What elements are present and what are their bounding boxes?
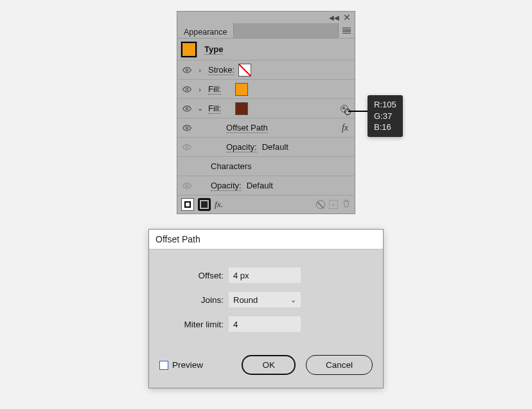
collapse-icon[interactable]: ◀◀	[329, 14, 339, 21]
joins-select[interactable]: Round ⌄	[229, 292, 301, 307]
add-fx-icon[interactable]: fx.	[215, 199, 223, 210]
fill-row-2[interactable]: ⌄ Fill:	[177, 99, 355, 118]
opacity-label: Opacity:	[226, 142, 257, 152]
fill-label: Fill:	[208, 84, 221, 95]
close-icon[interactable]: ✕	[343, 12, 351, 23]
clear-appearance-icon[interactable]	[316, 200, 325, 209]
svg-point-5	[186, 185, 188, 187]
characters-label: Characters	[211, 161, 252, 171]
offset-path-row[interactable]: Offset Path fx	[177, 118, 355, 138]
joins-field: Joins: Round ⌄	[159, 292, 373, 307]
solid-fill-button[interactable]	[198, 198, 211, 211]
characters-row[interactable]: Characters	[177, 157, 355, 176]
eye-icon[interactable]	[181, 84, 193, 95]
eye-icon[interactable]	[181, 180, 193, 192]
svg-point-3	[186, 127, 188, 129]
type-label: Type	[204, 44, 223, 55]
tab-appearance[interactable]: Appearance	[177, 23, 234, 38]
offset-input[interactable]	[229, 268, 301, 283]
svg-point-1	[186, 88, 188, 91]
rgb-tooltip: R:105 G:37 B:16	[368, 95, 403, 137]
miter-field: Miter limit:	[159, 316, 373, 332]
duplicate-item-icon[interactable]: +	[329, 200, 338, 209]
tooltip-b: B:16	[374, 122, 396, 133]
no-fill-button[interactable]	[181, 198, 194, 211]
fill-row-1[interactable]: › Fill:	[177, 80, 355, 99]
eye-icon[interactable]	[181, 103, 193, 114]
tooltip-g: G:37	[374, 111, 396, 122]
svg-point-0	[186, 69, 188, 71]
appearance-panel: ◀◀ ✕ Appearance Type › Stroke: ›	[177, 11, 355, 214]
panel-body: Type › Stroke: › Fill: ⌄ Fill:	[177, 39, 355, 214]
chevron-down-icon: ⌄	[290, 296, 296, 304]
offset-label: Offset:	[159, 271, 224, 280]
preview-label: Preview	[172, 360, 203, 370]
checkbox-icon	[159, 361, 168, 370]
preview-checkbox[interactable]: Preview	[159, 360, 203, 370]
fx-icon[interactable]: fx	[342, 123, 348, 133]
opacity-row-2[interactable]: Opacity: Default	[177, 176, 355, 195]
fill-swatch-orange-icon[interactable]	[235, 83, 248, 96]
type-row: Type	[177, 39, 355, 60]
delete-icon[interactable]	[342, 199, 351, 210]
svg-point-2	[186, 107, 188, 110]
dialog-title: Offset Path	[149, 230, 383, 250]
chevron-right-icon[interactable]: ›	[195, 66, 204, 74]
opacity-row-1[interactable]: Opacity: Default	[177, 138, 355, 157]
fill-swatch-brown-icon[interactable]	[235, 102, 248, 115]
chevron-down-icon[interactable]: ⌄	[195, 104, 204, 113]
stroke-label: Stroke:	[208, 65, 235, 75]
offset-path-label: Offset Path	[226, 123, 268, 133]
panel-title-bar: ◀◀ ✕	[177, 12, 355, 23]
miter-label: Miter limit:	[159, 320, 224, 329]
opacity-value: Default	[262, 142, 288, 152]
joins-value: Round	[233, 295, 258, 305]
eye-icon[interactable]	[181, 64, 193, 76]
panel-footer: fx. +	[177, 195, 355, 214]
joins-label: Joins:	[159, 295, 224, 305]
eye-icon[interactable]	[181, 122, 193, 134]
cancel-button[interactable]: Cancel	[306, 355, 373, 375]
chevron-right-icon[interactable]: ›	[195, 86, 204, 93]
stroke-row[interactable]: › Stroke:	[177, 60, 355, 80]
panel-menu-icon[interactable]	[338, 23, 355, 38]
ok-button[interactable]: OK	[242, 355, 296, 375]
type-swatch-icon[interactable]	[181, 42, 197, 57]
offset-field: Offset:	[159, 268, 373, 283]
miter-input[interactable]	[229, 316, 301, 332]
stroke-swatch-none-icon[interactable]	[238, 64, 251, 77]
opacity-label: Opacity:	[211, 181, 242, 191]
opacity-value: Default	[247, 181, 273, 190]
fill-label: Fill:	[208, 104, 221, 114]
offset-path-dialog: Offset Path Offset: Joins: Round ⌄ Miter…	[148, 229, 384, 388]
panel-tab-bar: Appearance	[177, 23, 355, 39]
eye-icon[interactable]	[181, 141, 193, 153]
tooltip-r: R:105	[374, 99, 396, 111]
svg-point-4	[186, 146, 188, 149]
